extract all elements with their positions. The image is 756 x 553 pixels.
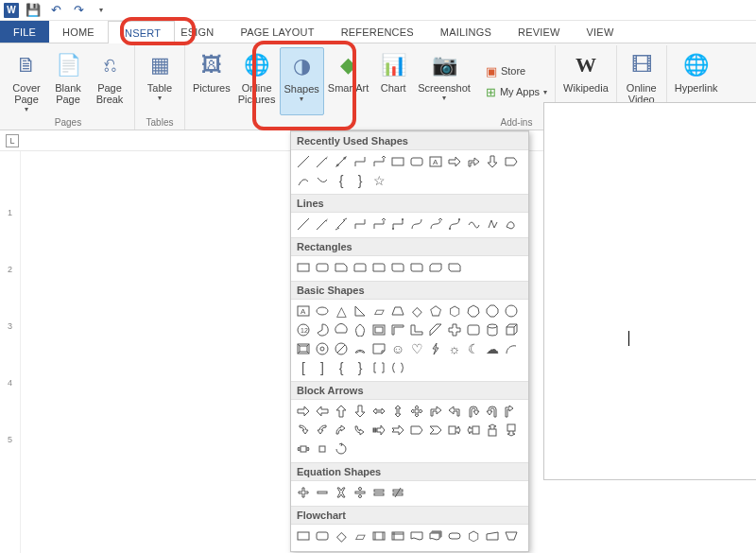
shape-line-6[interactable] [389,216,406,233]
basic-cloud[interactable]: ☁ [484,340,501,357]
eq-plus[interactable] [295,484,312,501]
document-page[interactable] [543,102,756,480]
arrow-pentagon[interactable] [408,422,425,439]
tab-selector[interactable]: L [6,134,19,147]
shape-curve1[interactable] [295,172,312,189]
table-button[interactable]: ▦ Table ▾ [139,47,180,115]
shape-textbox[interactable]: A [427,153,444,170]
tab-page-layout[interactable]: PAGE LAYOUT [227,21,327,43]
smartart-button[interactable]: ◆ SmartArt [324,47,372,115]
arrow-chevron[interactable] [427,422,444,439]
shape-line-4[interactable] [352,216,369,233]
basic-donut[interactable] [314,340,331,357]
fc-alt-process[interactable] [314,527,331,544]
save-button[interactable]: 💾 [25,2,42,19]
basic-moon[interactable]: ☾ [465,340,482,357]
basic-right-triangle[interactable] [352,302,369,320]
online-pictures-button[interactable]: 🌐 Online Pictures [234,47,280,115]
arrow-left-right[interactable] [370,403,387,420]
arrow-callout-d[interactable] [503,422,520,439]
arrow-uturn2[interactable] [484,403,501,420]
fc-document[interactable] [408,527,425,544]
eq-not-equal[interactable] [389,484,406,501]
shape-elbow[interactable] [352,153,369,170]
basic-triangle[interactable]: △ [333,302,350,320]
shape-rect-3[interactable] [333,259,350,276]
eq-equal[interactable] [370,484,387,501]
basic-pie[interactable] [314,321,331,338]
shape-brace-left[interactable]: { [333,172,350,189]
fc-preparation[interactable]: ⬡ [465,527,482,544]
basic-diag-stripe[interactable] [427,321,444,338]
shape-elbow-arrow[interactable] [370,153,387,170]
arrow-callout-l[interactable] [465,422,482,439]
shape-line-5[interactable] [370,216,387,233]
shape-curve2[interactable] [314,172,331,189]
arrow-callout-u[interactable] [484,422,501,439]
pictures-button[interactable]: 🖼 Pictures [189,47,234,115]
shapes-button[interactable]: ◑ Shapes ▾ [280,47,324,115]
fc-data[interactable]: ▱ [352,527,369,544]
arrow-left[interactable] [314,403,331,420]
basic-bracket-l[interactable]: [ [295,359,312,376]
basic-cross[interactable] [446,321,463,338]
basic-textbox[interactable]: A [295,302,312,320]
arrow-circular[interactable] [333,441,350,458]
basic-block-arc[interactable] [352,340,369,357]
arrow-bent3[interactable] [503,403,520,420]
shape-bent-arrow[interactable] [465,153,482,170]
shape-arrow-line[interactable] [314,153,331,170]
basic-double-brace[interactable] [389,359,406,376]
basic-pentagon[interactable]: ⬠ [427,302,444,320]
fc-manual-input[interactable] [484,527,501,544]
shape-rect-5[interactable] [370,259,387,276]
basic-chord[interactable] [333,321,350,338]
fc-manual-op[interactable] [503,527,520,544]
my-apps-button[interactable]: ⊞My Apps ▾ [482,83,551,100]
tab-review[interactable]: REVIEW [505,21,574,43]
shape-rect-4[interactable] [352,259,369,276]
shape-line-7[interactable] [408,216,425,233]
shape-line-11[interactable] [484,216,501,233]
basic-lightning[interactable] [427,340,444,357]
shape-line-8[interactable] [427,216,444,233]
basic-folded-corner[interactable] [370,340,387,357]
cover-page-button[interactable]: 🗎 Cover Page ▾ [6,47,47,115]
arrow-striped[interactable] [370,422,387,439]
qat-customize[interactable]: ▾ [93,2,110,19]
tab-insert[interactable]: INSERT [108,21,175,43]
shape-line-1[interactable] [295,216,312,233]
basic-lshape[interactable] [408,321,425,338]
basic-cube[interactable] [503,321,520,338]
arrow-callout-quad[interactable] [314,441,331,458]
shape-rect-2[interactable] [314,259,331,276]
arrow-up-down[interactable] [389,403,406,420]
fc-internal-storage[interactable] [389,527,406,544]
shape-line-2[interactable] [314,216,331,233]
basic-half-frame[interactable] [389,321,406,338]
shape-rect-7[interactable] [408,259,425,276]
basic-teardrop[interactable] [352,321,369,338]
shape-rect-6[interactable] [389,259,406,276]
basic-heptagon[interactable] [465,302,482,320]
screenshot-button[interactable]: 📷 Screenshot ▾ [414,47,474,115]
redo-button[interactable]: ↷ [70,2,87,19]
page-break-button[interactable]: ⎌ Page Break [89,47,130,115]
fc-terminator[interactable] [446,527,463,544]
basic-frame[interactable] [370,321,387,338]
shape-rect-8[interactable] [427,259,444,276]
shape-right-arrow[interactable] [446,153,463,170]
arrow-curved-d[interactable] [352,422,369,439]
basic-parallelogram[interactable]: ▱ [370,302,387,320]
eq-minus[interactable] [314,484,331,501]
basic-decagon[interactable] [503,302,520,320]
arrow-notched[interactable] [389,422,406,439]
tab-references[interactable]: REFERENCES [328,21,427,43]
shape-line-12[interactable] [503,216,520,233]
fc-predefined[interactable] [370,527,387,544]
shape-rect-1[interactable] [295,259,312,276]
shape-rect-9[interactable] [446,259,463,276]
arrow-down[interactable] [352,403,369,420]
fc-multidoc[interactable] [427,527,444,544]
shape-line[interactable] [295,153,312,170]
